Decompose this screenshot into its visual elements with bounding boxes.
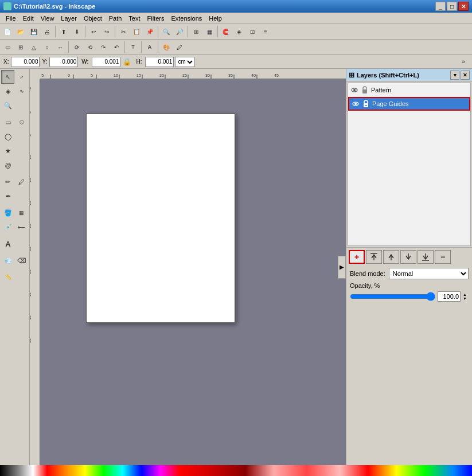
selector-tool[interactable]: ↖: [1, 70, 14, 84]
snap-button[interactable]: 🧲: [220, 25, 232, 38]
spray-tool[interactable]: 💨: [1, 253, 14, 267]
layer-item-page-guides[interactable]: Page Guides: [348, 97, 470, 111]
h-input[interactable]: [145, 57, 174, 67]
new-button[interactable]: 📄: [1, 25, 14, 38]
align-button[interactable]: ≡: [259, 25, 272, 38]
tb2-color1[interactable]: 🎨: [160, 41, 173, 53]
zoom-tool[interactable]: 🔍: [1, 99, 15, 112]
menu-filters[interactable]: Filters: [144, 14, 168, 22]
tb2-btn6[interactable]: ⟳: [71, 41, 83, 53]
panel-collapse-btn[interactable]: ▾: [450, 71, 459, 80]
svg-text:20: 20: [159, 73, 164, 77]
add-layer-btn[interactable]: +: [349, 250, 365, 264]
calligraphy-tool[interactable]: ✒: [1, 189, 15, 203]
menu-edit[interactable]: Edit: [19, 14, 37, 22]
unit-select[interactable]: cm mm px in: [175, 57, 195, 67]
x-label: X:: [2, 58, 10, 65]
layer-lock-pattern[interactable]: [361, 86, 369, 94]
text-tool[interactable]: A: [1, 237, 15, 251]
tb2-btn9[interactable]: ↶: [110, 41, 123, 53]
star-tool[interactable]: ★: [1, 144, 15, 158]
close-button[interactable]: ✕: [458, 2, 469, 11]
pencil-tool[interactable]: ✏: [1, 175, 14, 189]
rect-tool[interactable]: ▭: [1, 115, 14, 129]
tb2-btn1[interactable]: ▭: [1, 41, 14, 53]
view-button[interactable]: ▦: [203, 25, 216, 38]
measure-tool[interactable]: 📏: [1, 270, 15, 284]
menu-file[interactable]: File: [2, 14, 19, 22]
h-label: H:: [134, 58, 144, 65]
3dbox-tool[interactable]: ⬡: [15, 115, 28, 129]
import-button[interactable]: ⬆: [57, 25, 70, 38]
tb2-btn3[interactable]: △: [28, 41, 40, 53]
menu-help[interactable]: Help: [205, 14, 225, 22]
bucket-tool[interactable]: 🪣: [1, 206, 14, 220]
ellipse-tool[interactable]: ◯: [1, 130, 15, 143]
svg-text:15: 15: [30, 178, 32, 182]
grid-button[interactable]: ⊞: [190, 25, 202, 38]
menu-object[interactable]: Object: [80, 14, 106, 22]
layers-panel: ⊞ Layers (Shift+Ctrl+L) ▾ ✕: [346, 69, 472, 465]
eyedropper-tool[interactable]: 💉: [1, 220, 14, 234]
open-button[interactable]: 📂: [14, 25, 27, 38]
remove-layer-btn[interactable]: −: [435, 250, 451, 264]
tb2-color2[interactable]: 🖊: [173, 41, 186, 53]
move-layer-bottom-btn[interactable]: [418, 250, 434, 264]
opacity-up-btn[interactable]: ▲: [463, 292, 469, 296]
menu-text[interactable]: Text: [125, 14, 143, 22]
layer-visibility-page-guides[interactable]: [352, 100, 360, 108]
undo-button[interactable]: ↩: [87, 25, 100, 38]
group-button[interactable]: ⊡: [246, 25, 259, 38]
move-layer-top-btn[interactable]: [366, 250, 382, 264]
window-controls: _ □ ✕: [435, 2, 469, 11]
move-layer-down-btn[interactable]: [400, 250, 416, 264]
menu-layer[interactable]: Layer: [57, 14, 80, 22]
eraser-tool[interactable]: ⌫: [15, 253, 28, 267]
spiral-tool[interactable]: @: [1, 158, 15, 172]
blend-mode-select[interactable]: Normal Multiply Screen Overlay Darken Li…: [389, 268, 469, 279]
panel-close-btn[interactable]: ✕: [461, 71, 470, 80]
minimize-button[interactable]: _: [435, 2, 446, 11]
copy-button[interactable]: 📋: [130, 25, 143, 38]
tb2-btn7[interactable]: ⟲: [84, 41, 96, 53]
opacity-input[interactable]: [438, 291, 461, 302]
zoom-out-button[interactable]: 🔎: [173, 25, 186, 38]
menu-view[interactable]: View: [37, 14, 58, 22]
tb2-btn2[interactable]: ⊞: [14, 41, 27, 53]
w-input[interactable]: [92, 57, 120, 67]
node-tool[interactable]: ◈: [1, 84, 14, 98]
tb2-btn5[interactable]: ↔: [54, 41, 67, 53]
y-input[interactable]: [49, 57, 78, 67]
node-button[interactable]: ◈: [233, 25, 245, 38]
scroll-right-btn[interactable]: ▶: [338, 256, 346, 279]
connector-tool[interactable]: ⟵: [15, 220, 28, 234]
export-button[interactable]: ⬇: [71, 25, 83, 38]
layer-visibility-pattern[interactable]: [350, 86, 358, 94]
print-button[interactable]: 🖨: [41, 25, 53, 38]
gradient-tool[interactable]: ▦: [15, 206, 28, 220]
layer-lock-page-guides[interactable]: [362, 100, 370, 108]
cut-button[interactable]: ✂: [117, 25, 130, 38]
lock-icon[interactable]: 🔒: [122, 58, 132, 66]
extra-selector[interactable]: ↗: [15, 70, 28, 84]
canvas-area[interactable]: -5 0 5 10 15 20 25 30 35 40 45: [30, 69, 346, 465]
opacity-down-btn[interactable]: ▼: [463, 296, 469, 301]
zoom-in-button[interactable]: 🔍: [160, 25, 173, 38]
x-input[interactable]: [11, 57, 40, 67]
paste-button[interactable]: 📌: [143, 25, 156, 38]
maximize-button[interactable]: □: [447, 2, 457, 11]
color-palette-bar[interactable]: [0, 465, 472, 476]
layer-item-pattern[interactable]: Pattern: [348, 83, 470, 97]
menu-path[interactable]: Path: [106, 14, 126, 22]
tweak-tool[interactable]: ∿: [15, 84, 28, 98]
opacity-slider[interactable]: [350, 292, 435, 301]
redo-button[interactable]: ↪: [100, 25, 113, 38]
coords-more-btn[interactable]: »: [457, 56, 470, 68]
tb2-fonts[interactable]: A: [143, 41, 156, 53]
menu-extensions[interactable]: Extensions: [167, 14, 205, 22]
tb2-btn4[interactable]: ↕: [41, 41, 53, 53]
move-layer-up-btn[interactable]: [383, 250, 399, 264]
save-button[interactable]: 💾: [28, 25, 40, 38]
pen-tool[interactable]: 🖊: [15, 175, 28, 189]
tb2-btn8[interactable]: ↷: [97, 41, 110, 53]
